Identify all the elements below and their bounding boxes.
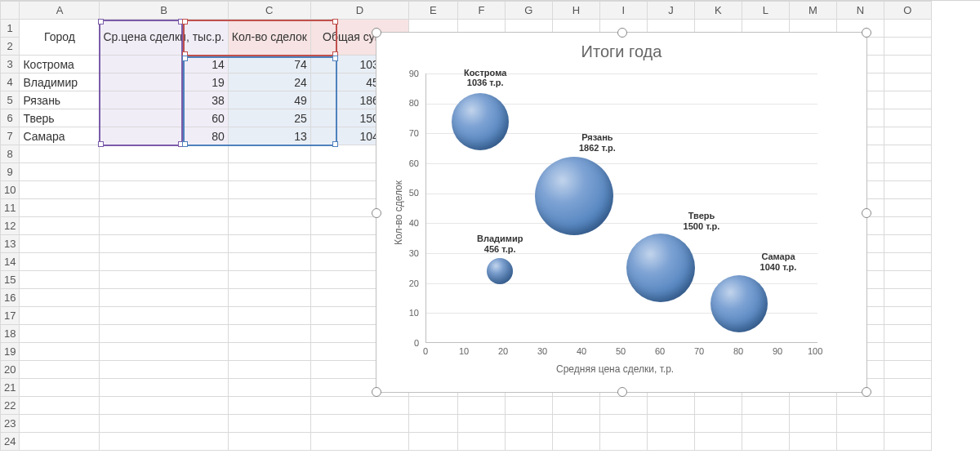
cell[interactable]: 60: [100, 109, 228, 127]
x-tick: 10: [459, 346, 469, 356]
bubble-kostroma[interactable]: [452, 93, 509, 150]
cell-city-header[interactable]: Город: [20, 20, 100, 56]
plot-area[interactable]: Кострома1036 т.р. Владимир456 т.р. Рязан…: [425, 73, 817, 343]
resize-handle[interactable]: [372, 387, 381, 397]
cell[interactable]: 13: [228, 127, 310, 145]
spreadsheet-area[interactable]: A B C D E F G H I J K L M N O 1 Город Ср…: [0, 0, 980, 463]
y-tick: 60: [409, 158, 419, 168]
y-tick: 80: [409, 98, 419, 108]
data-label: Кострома1036 т.р.: [452, 68, 518, 88]
x-tick: 70: [694, 346, 704, 356]
embedded-chart[interactable]: Итоги года Кострома1036 т.р.: [376, 32, 867, 393]
row-header[interactable]: 7: [1, 127, 20, 145]
data-label: Владимир456 т.р.: [467, 234, 532, 254]
resize-handle[interactable]: [617, 28, 627, 38]
y-tick: 20: [409, 278, 419, 288]
bubble-tver[interactable]: [626, 234, 695, 302]
cell[interactable]: 25: [228, 109, 310, 127]
x-tick: 60: [655, 346, 665, 356]
x-axis-label[interactable]: Средняя цена сделки, т.р.: [556, 363, 674, 375]
col-header[interactable]: D: [310, 2, 408, 20]
data-label: Рязань1862 т.р.: [564, 132, 630, 153]
y-tick: 0: [414, 338, 419, 348]
col-header[interactable]: J: [647, 2, 694, 20]
cell[interactable]: 49: [228, 91, 310, 109]
y-tick: 40: [409, 218, 419, 228]
x-tick: 50: [616, 346, 626, 356]
cell[interactable]: 38: [100, 91, 228, 109]
x-tick: 20: [498, 346, 508, 356]
cell[interactable]: Тверь: [20, 109, 100, 127]
cell[interactable]: 80: [100, 127, 228, 145]
resize-handle[interactable]: [862, 208, 871, 218]
row-header[interactable]: 4: [1, 73, 20, 91]
y-axis-label[interactable]: Кол-во сделок: [393, 180, 404, 245]
col-header[interactable]: E: [408, 2, 457, 20]
col-header[interactable]: C: [228, 2, 310, 20]
col-header[interactable]: O: [884, 2, 931, 20]
y-tick: 50: [409, 188, 419, 198]
cell-deals-header[interactable]: Кол-во сделок: [228, 20, 310, 56]
y-tick: 70: [409, 128, 419, 138]
cell-price-header[interactable]: Ср.цена сделки, тыс.р.: [100, 20, 228, 56]
row-header[interactable]: 5: [1, 91, 20, 109]
col-header[interactable]: I: [599, 2, 647, 20]
col-header[interactable]: H: [552, 2, 599, 20]
x-tick: 0: [423, 346, 428, 356]
cell[interactable]: 24: [228, 73, 310, 91]
col-header[interactable]: B: [100, 2, 228, 20]
x-tick: 100: [808, 346, 822, 356]
cell[interactable]: Рязань: [20, 91, 100, 109]
column-header-row[interactable]: A B C D E F G H I J K L M N O: [1, 2, 932, 20]
row-header[interactable]: 1: [1, 20, 20, 38]
resize-handle[interactable]: [617, 387, 627, 397]
x-tick: 30: [537, 346, 547, 356]
row-header[interactable]: 6: [1, 109, 20, 127]
x-tick: 40: [577, 346, 586, 356]
cell[interactable]: 74: [228, 56, 310, 73]
x-tick: 90: [773, 346, 782, 356]
cell[interactable]: Самара: [20, 127, 100, 145]
col-header[interactable]: A: [20, 2, 100, 20]
col-header[interactable]: F: [457, 2, 505, 20]
bubble-vladimir[interactable]: [487, 258, 513, 284]
col-header[interactable]: M: [789, 2, 836, 20]
col-header[interactable]: G: [505, 2, 552, 20]
select-all-corner[interactable]: [1, 2, 20, 20]
data-label: Тверь1500 т.р.: [669, 211, 734, 231]
data-label: Самара1040 т.р.: [746, 252, 811, 272]
y-tick: 30: [409, 248, 419, 258]
chart-title[interactable]: Итоги года: [376, 42, 866, 61]
bubble-samara[interactable]: [710, 275, 768, 332]
cell[interactable]: Владимир: [20, 73, 100, 91]
col-header[interactable]: N: [836, 2, 884, 20]
row-header[interactable]: 3: [1, 56, 20, 73]
resize-handle[interactable]: [372, 208, 381, 218]
y-tick: 90: [409, 69, 419, 78]
y-tick: 10: [409, 308, 419, 318]
col-header[interactable]: L: [742, 2, 789, 20]
resize-handle[interactable]: [862, 387, 871, 397]
cell[interactable]: 14: [100, 56, 228, 73]
resize-handle[interactable]: [372, 28, 381, 38]
resize-handle[interactable]: [862, 28, 871, 38]
cell[interactable]: 19: [100, 73, 228, 91]
cell[interactable]: Кострома: [20, 56, 100, 73]
col-header[interactable]: K: [694, 2, 742, 20]
x-tick: 80: [733, 346, 743, 356]
row-header[interactable]: 2: [1, 38, 20, 56]
